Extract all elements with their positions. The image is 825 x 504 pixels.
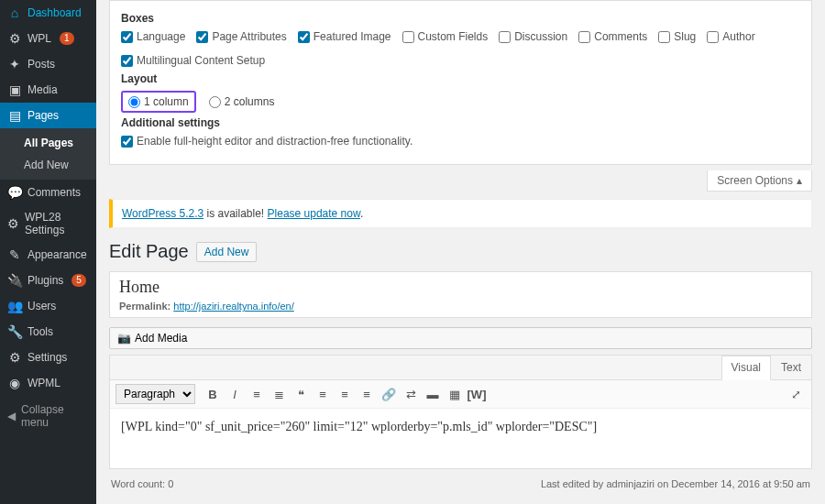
cb-comments[interactable] <box>578 31 590 43</box>
opt-discussion[interactable]: Discussion <box>499 30 567 43</box>
update-notice: WordPress 5.2.3 is available! Please upd… <box>109 199 812 228</box>
boxes-heading: Boxes <box>121 12 800 25</box>
tab-text[interactable]: Text <box>771 356 811 379</box>
editor: Visual Text Paragraph B I ≡ ≣ ❝ ≡ ≡ ≡ 🔗 … <box>109 355 812 469</box>
quote-button[interactable]: ❝ <box>291 384 311 404</box>
collapse-menu[interactable]: ◀Collapse menu <box>0 396 96 436</box>
nav-label: Tools <box>28 325 53 338</box>
radio-2-columns[interactable] <box>209 96 221 108</box>
media-icon: ▣ <box>7 82 22 97</box>
additional-heading: Additional settings <box>121 116 800 129</box>
italic-button[interactable]: I <box>225 384 245 404</box>
nav-plugins[interactable]: 🔌Plugins5 <box>0 268 96 293</box>
unlink-button[interactable]: ⇄ <box>401 384 421 404</box>
update-badge: 1 <box>60 32 74 45</box>
update-now-link[interactable]: Please update now <box>268 207 360 220</box>
add-new-button[interactable]: Add New <box>196 242 258 262</box>
subnav-add-new[interactable]: Add New <box>0 154 96 176</box>
opt-multilingual[interactable]: Multilingual Content Setup <box>121 54 265 67</box>
opt-full-height[interactable]: Enable full-height editor and distractio… <box>121 135 412 148</box>
nav-label: Appearance <box>28 248 87 261</box>
opt-featured-image[interactable]: Featured Image <box>298 30 391 43</box>
nav-settings[interactable]: ⚙Settings <box>0 345 96 370</box>
update-badge: 5 <box>72 274 86 287</box>
dashboard-icon: ⌂ <box>7 5 22 20</box>
nav-label: Dashboard <box>28 6 82 19</box>
nav-pages[interactable]: ▤Pages <box>0 103 96 128</box>
more-button[interactable]: ▬ <box>423 384 443 404</box>
cb-custom-fields[interactable] <box>402 31 414 43</box>
wpl-icon: ⚙ <box>7 31 22 46</box>
admin-sidebar: ⌂Dashboard ⚙WPL1 ✦Posts ▣Media ▤Pages Al… <box>0 0 96 504</box>
title-input[interactable] <box>119 278 802 297</box>
opt-comments[interactable]: Comments <box>578 30 647 43</box>
opt-language[interactable]: Language <box>121 30 185 43</box>
cb-language[interactable] <box>121 31 133 43</box>
opt-page-attributes[interactable]: Page Attributes <box>196 30 286 43</box>
comment-icon: 💬 <box>7 185 22 200</box>
nav-appearance[interactable]: ✎Appearance <box>0 242 96 268</box>
link-button[interactable]: 🔗 <box>379 384 399 404</box>
align-left-button[interactable]: ≡ <box>313 384 333 404</box>
nav-media[interactable]: ▣Media <box>0 77 96 103</box>
opt-slug[interactable]: Slug <box>658 30 696 43</box>
add-media-button[interactable]: 📷Add Media <box>109 327 812 349</box>
screen-options-panel: Boxes Language Page Attributes Featured … <box>109 0 812 165</box>
fullscreen-button[interactable]: ⤢ <box>786 384 806 404</box>
align-center-button[interactable]: ≡ <box>335 384 355 404</box>
chevron-up-icon: ▴ <box>797 174 802 187</box>
opt-1-column[interactable]: 1 column <box>128 95 189 108</box>
opt-custom-fields[interactable]: Custom Fields <box>402 30 489 43</box>
nav-users[interactable]: 👥Users <box>0 293 96 319</box>
cb-full-height[interactable] <box>121 136 133 148</box>
number-list-button[interactable]: ≣ <box>269 384 289 404</box>
cb-featured-image[interactable] <box>298 31 310 43</box>
nav-posts[interactable]: ✦Posts <box>0 51 96 77</box>
word-count: Word count: 0 <box>111 478 173 489</box>
nav-label: WPL28 Settings <box>25 211 89 236</box>
brush-icon: ✎ <box>7 247 22 262</box>
globe-icon: ◉ <box>7 376 22 390</box>
nav-label: Settings <box>28 351 67 364</box>
nav-label: Plugins <box>28 274 63 287</box>
nav-wpl[interactable]: ⚙WPL1 <box>0 26 96 51</box>
format-select[interactable]: Paragraph <box>116 384 195 404</box>
permalink-link[interactable]: http://jaziri.realtyna.info/en/ <box>173 301 293 312</box>
cb-multilingual[interactable] <box>121 55 133 67</box>
align-right-button[interactable]: ≡ <box>357 384 377 404</box>
toolbar-toggle-button[interactable]: ▦ <box>445 384 465 404</box>
sliders-icon: ⚙ <box>7 350 22 365</box>
opt-2-columns[interactable]: 2 columns <box>209 95 275 108</box>
pin-icon: ✦ <box>7 57 22 71</box>
nav-tools[interactable]: 🔧Tools <box>0 319 96 345</box>
highlight-box: 1 column <box>121 91 196 113</box>
main-content: Boxes Language Page Attributes Featured … <box>96 0 825 504</box>
nav-label: Posts <box>28 58 55 71</box>
wp-version-link[interactable]: WordPress 5.2.3 <box>122 207 204 220</box>
nav-label: WPL <box>28 32 51 45</box>
cb-discussion[interactable] <box>499 31 511 43</box>
subnav-all-pages[interactable]: All Pages <box>0 132 96 154</box>
nav-comments[interactable]: 💬Comments <box>0 180 96 205</box>
title-box: Permalink: http://jaziri.realtyna.info/e… <box>109 271 812 318</box>
editor-content[interactable]: [WPL kind="0" sf_unit_price="260" limit=… <box>110 409 811 468</box>
gear-icon: ⚙ <box>7 216 19 231</box>
bold-button[interactable]: B <box>203 384 223 404</box>
wpl-button[interactable]: [W] <box>467 384 487 404</box>
radio-1-column[interactable] <box>128 96 140 108</box>
tab-visual[interactable]: Visual <box>721 356 771 380</box>
cb-slug[interactable] <box>658 31 670 43</box>
camera-icon: 📷 <box>117 332 131 345</box>
nav-wpml[interactable]: ◉WPML <box>0 370 96 396</box>
cb-author[interactable] <box>707 31 719 43</box>
opt-author[interactable]: Author <box>707 30 754 43</box>
collapse-icon: ◀ <box>7 410 16 422</box>
screen-options-toggle[interactable]: Screen Options ▴ <box>707 170 812 192</box>
nav-wpl28[interactable]: ⚙WPL28 Settings <box>0 205 96 242</box>
cb-page-attributes[interactable] <box>196 31 208 43</box>
bullet-list-button[interactable]: ≡ <box>247 384 267 404</box>
page-icon: ▤ <box>7 108 22 123</box>
users-icon: 👥 <box>7 299 22 313</box>
nav-dashboard[interactable]: ⌂Dashboard <box>0 0 96 26</box>
last-edited: Last edited by adminjaziri on December 1… <box>541 478 810 489</box>
